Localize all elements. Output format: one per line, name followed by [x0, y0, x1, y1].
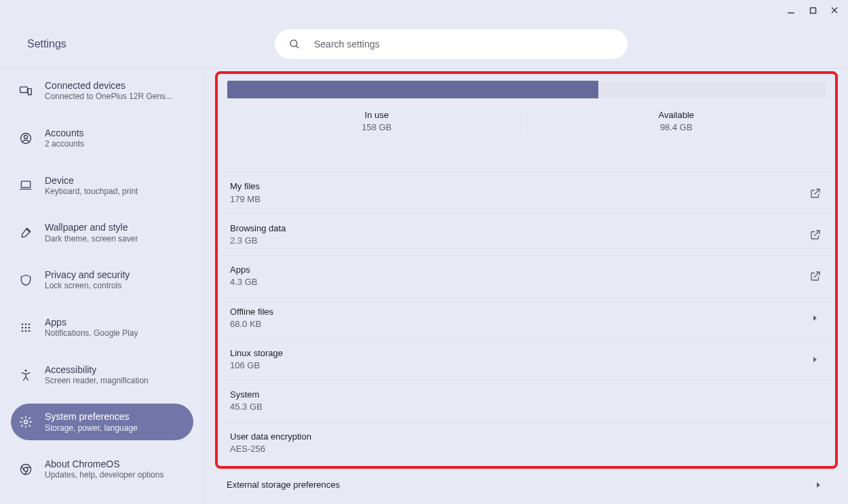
svg-point-22 — [28, 330, 31, 332]
gear-icon — [19, 415, 33, 429]
open-external-icon — [808, 229, 823, 241]
svg-point-4 — [290, 40, 297, 47]
sidebar-item-label: Privacy and security — [45, 269, 130, 281]
sidebar-item-label: Accessibility — [45, 364, 149, 376]
sidebar-item-sub: Screen reader, magnification — [45, 376, 149, 387]
storage-available: Available 98.4 GB — [527, 109, 826, 134]
available-label: Available — [527, 109, 826, 121]
window-minimize-button[interactable] — [782, 3, 801, 18]
chrome-icon — [19, 463, 33, 476]
search-input[interactable] — [313, 38, 614, 50]
svg-point-24 — [24, 421, 28, 424]
open-external-icon — [808, 270, 823, 282]
sidebar-item-sub: Lock screen, controls — [45, 281, 130, 292]
sidebar-item-system[interactable]: System preferences Storage, power, langu… — [11, 404, 193, 440]
sidebar-item-label: About ChromeOS — [45, 458, 163, 470]
window-maximize-button[interactable] — [803, 3, 822, 18]
storage-row-value: 2.3 GB — [230, 235, 808, 247]
titlebar — [0, 0, 848, 20]
svg-point-16 — [28, 323, 31, 325]
available-value: 98.4 GB — [527, 121, 826, 134]
storage-row-label: User data encryption — [230, 431, 808, 443]
sidebar-item-sub: Connected to OnePlus 12R Gens... — [45, 92, 172, 102]
sidebar-item-sub: Dark theme, screen saver — [45, 234, 138, 245]
content: In use 158 GB Available 98.4 GB My files… — [205, 69, 848, 504]
sidebar-item-sub: 2 accounts — [45, 139, 84, 150]
devices-icon — [19, 84, 33, 98]
app-title: Settings — [0, 38, 204, 50]
search-wrap — [204, 29, 699, 59]
sidebar-item-connected-devices[interactable]: Connected devices Connected to OnePlus 1… — [11, 73, 193, 109]
sidebar-item-wallpaper[interactable]: Wallpaper and style Dark theme, screen s… — [11, 214, 193, 251]
body: Connected devices Connected to OnePlus 1… — [0, 69, 848, 504]
sidebar-item-label: Device — [45, 174, 138, 187]
storage-row-label: My files — [230, 180, 808, 193]
storage-row-value: 4.3 GB — [230, 276, 808, 288]
svg-rect-11 — [21, 182, 30, 188]
window-close-button[interactable] — [825, 3, 844, 18]
header: Settings — [0, 20, 848, 69]
storage-row-label: Browsing data — [230, 222, 808, 235]
sidebar-item-label: Wallpaper and style — [45, 221, 138, 233]
open-external-icon — [808, 187, 823, 199]
storage-row-label: System — [230, 389, 808, 401]
sidebar-item-device[interactable]: Device Keyboard, touchpad, print — [11, 168, 193, 204]
storage-row-label: Offline files — [230, 306, 808, 318]
svg-point-21 — [25, 330, 27, 332]
storage-row-value: AES-256 — [230, 443, 808, 455]
storage-row-user-data-encryption: User data encryption AES-256 — [220, 423, 832, 463]
sidebar-item-label: System preferences — [45, 410, 138, 423]
shield-icon — [19, 273, 33, 287]
storage-list: My files 179 MB Browsing data 2.3 GB App… — [220, 172, 832, 463]
sidebar-item-label: Apps — [45, 316, 138, 328]
laptop-icon — [19, 178, 33, 192]
storage-row-system: System 45.3 GB — [220, 381, 832, 422]
svg-point-18 — [25, 326, 27, 328]
chevron-right-icon — [808, 315, 823, 322]
sidebar-item-about[interactable]: About ChromeOS Updates, help, developer … — [11, 451, 193, 488]
highlighted-region: In use 158 GB Available 98.4 GB My files… — [215, 71, 838, 469]
search-icon — [288, 38, 301, 50]
sidebar-item-accessibility[interactable]: Accessibility Screen reader, magnificati… — [11, 357, 193, 393]
external-storage-row[interactable]: External storage preferences — [205, 471, 848, 490]
storage-in-use: In use 158 GB — [227, 109, 527, 134]
chevron-right-icon — [808, 356, 823, 363]
brush-icon — [19, 226, 33, 239]
svg-point-20 — [22, 330, 24, 332]
storage-bar-fill — [227, 81, 598, 98]
sidebar-item-sub: Updates, help, developer options — [45, 470, 163, 481]
storage-row-value: 68.0 KB — [230, 318, 808, 330]
sidebar-item-sub: Keyboard, touchpad, print — [45, 187, 138, 197]
sidebar-item-apps[interactable]: Apps Notifications, Google Play — [11, 309, 193, 346]
sidebar-item-privacy[interactable]: Privacy and security Lock screen, contro… — [11, 262, 193, 298]
settings-window: Settings Connected devices Connected to … — [0, 0, 848, 504]
external-storage-label: External storage preferences — [227, 480, 811, 490]
storage-row-linux-storage[interactable]: Linux storage 106 GB — [220, 339, 832, 381]
search-bar[interactable] — [275, 29, 628, 59]
sidebar-item-accounts[interactable]: Accounts 2 accounts — [11, 120, 193, 157]
storage-row-value: 45.3 GB — [230, 401, 808, 413]
in-use-value: 158 GB — [227, 121, 526, 134]
apps-icon — [19, 321, 33, 334]
sidebar-item-label: Accounts — [45, 127, 84, 139]
storage-row-value: 106 GB — [230, 360, 808, 372]
accessibility-icon — [19, 368, 33, 382]
svg-point-14 — [22, 323, 24, 325]
storage-row-value: 179 MB — [230, 193, 808, 206]
svg-point-17 — [22, 326, 24, 328]
account-icon — [19, 132, 33, 145]
svg-rect-6 — [20, 87, 28, 92]
svg-point-15 — [25, 323, 27, 325]
storage-row-my-files[interactable]: My files 179 MB — [220, 172, 832, 214]
svg-line-5 — [296, 45, 298, 48]
chevron-right-icon — [811, 482, 826, 488]
svg-rect-1 — [810, 7, 815, 13]
svg-point-10 — [24, 135, 28, 138]
sidebar: Connected devices Connected to OnePlus 1… — [0, 69, 205, 504]
storage-row-label: Apps — [230, 264, 808, 276]
storage-row-apps[interactable]: Apps 4.3 GB — [220, 256, 832, 297]
sidebar-item-label: Connected devices — [45, 79, 172, 92]
storage-row-offline-files[interactable]: Offline files 68.0 KB — [220, 298, 832, 339]
svg-point-19 — [28, 326, 31, 328]
storage-row-browsing-data[interactable]: Browsing data 2.3 GB — [220, 214, 832, 256]
